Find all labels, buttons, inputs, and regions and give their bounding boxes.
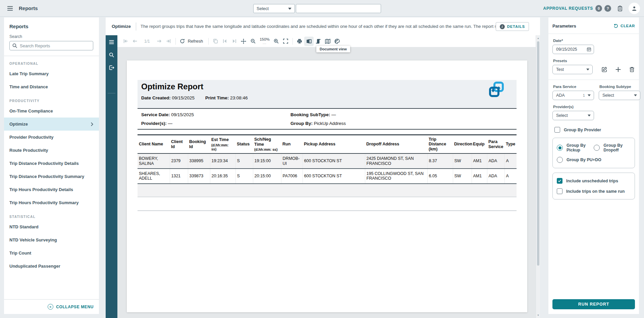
next-view-icon[interactable] bbox=[229, 37, 239, 46]
global-select-value: Select bbox=[257, 6, 269, 11]
help-icon[interactable]: ? bbox=[604, 5, 611, 12]
print-icon[interactable] bbox=[295, 37, 304, 46]
previous-view-icon[interactable] bbox=[220, 37, 229, 46]
search-reports-input[interactable] bbox=[9, 41, 93, 50]
scroll-up-arrow[interactable]: ▲ bbox=[537, 37, 539, 39]
refresh-icon[interactable] bbox=[178, 37, 187, 46]
previous-page-icon[interactable] bbox=[130, 37, 140, 46]
sidebar-item-time-and-distance[interactable]: Time and Distance bbox=[4, 80, 99, 93]
clear-button[interactable]: CLEAR bbox=[613, 24, 635, 29]
section-label-operational: OPERATIONAL bbox=[4, 56, 99, 67]
sidebar-item-trip-hours-productivity-details[interactable]: Trip Hours Productivity Details bbox=[4, 183, 99, 196]
global-search-input[interactable] bbox=[296, 4, 381, 13]
first-page-icon[interactable] bbox=[121, 37, 130, 46]
providers-select[interactable]: Select bbox=[552, 111, 594, 120]
edit-preset-icon[interactable] bbox=[601, 66, 607, 73]
top-bar: Reports Select APPROVAL REQUESTS 0 ? bbox=[0, 0, 644, 17]
divider bbox=[175, 38, 176, 45]
collapse-menu-button[interactable]: « COLLAPSE MENU bbox=[4, 300, 99, 314]
providers-value: — bbox=[168, 121, 173, 126]
scroll-down-arrow[interactable]: ▼ bbox=[537, 314, 539, 316]
approval-requests-link[interactable]: APPROVAL REQUESTS bbox=[543, 6, 593, 11]
theme-palette-icon[interactable] bbox=[332, 37, 342, 46]
group-by-radio-group: Group By Pickup Group By Dropoff Group B… bbox=[552, 138, 635, 168]
details-button[interactable]: i DETAILS bbox=[496, 22, 529, 31]
sidebar-item-trip-distance-productivity-summary[interactable]: Trip Distance Productivity Summary bbox=[4, 170, 99, 183]
sidebar-item-ntd-standard[interactable]: NTD Standard bbox=[4, 220, 99, 233]
sidebar-item-trip-distance-productivity-details[interactable]: Trip Distance Productivity Details bbox=[4, 157, 99, 170]
duplicate-page-icon[interactable] bbox=[211, 37, 220, 46]
run-report-button[interactable]: RUN REPORT bbox=[552, 299, 635, 309]
collapse-icon: « bbox=[48, 304, 53, 310]
scrollbar-thumb[interactable] bbox=[537, 41, 539, 266]
sidebar-item-trip-hours-productivity-summary[interactable]: Trip Hours Productivity Summary bbox=[4, 196, 99, 209]
report-title-band: Optimize Report Date Created: 09/15/2025… bbox=[138, 80, 517, 108]
refresh-label[interactable]: Refresh bbox=[188, 39, 203, 44]
sidebar-item-unduplicated-passenger[interactable]: Unduplicated Passenger bbox=[4, 260, 99, 273]
sidebar-item-on-time-compliance[interactable]: On-Time Compliance bbox=[4, 104, 99, 118]
radio-group-by-pudo[interactable] bbox=[557, 157, 563, 163]
viewer-search-icon[interactable] bbox=[109, 52, 114, 58]
date-field[interactable] bbox=[552, 45, 594, 54]
viewer-export-icon[interactable] bbox=[109, 65, 114, 71]
document-view-icon[interactable] bbox=[304, 37, 314, 46]
include-trips-same-run-checkbox[interactable]: Include trips on the same run bbox=[557, 188, 631, 194]
sidebar-search-label: Search bbox=[9, 34, 94, 39]
sidebar-item-route-productivity[interactable]: Route Productivity bbox=[4, 144, 99, 157]
next-page-icon[interactable] bbox=[155, 37, 164, 46]
user-avatar[interactable] bbox=[629, 3, 640, 14]
radio-group-by-dropoff[interactable] bbox=[594, 145, 600, 151]
chevron-down-icon bbox=[634, 94, 637, 96]
print-time-label: Print Time: bbox=[205, 95, 229, 100]
table-row: BOWERY, SALINA2379 33899519:23:34 S19:15… bbox=[138, 153, 517, 169]
last-page-icon[interactable] bbox=[164, 37, 173, 46]
radio-group-by-pickup[interactable] bbox=[557, 145, 563, 151]
checkbox-icon[interactable] bbox=[557, 188, 562, 194]
viewer-menu-icon[interactable] bbox=[109, 39, 114, 45]
booking-subtype-label: Booking SubType: bbox=[290, 112, 330, 117]
parameters-panel: Parameters CLEAR Date* Presets Test bbox=[548, 17, 639, 314]
group-by-value: PickUp Address bbox=[314, 121, 346, 126]
checkbox-icon[interactable] bbox=[554, 127, 560, 133]
presets-select[interactable]: Test bbox=[552, 65, 593, 74]
report-title: Optimize Report bbox=[141, 82, 203, 91]
approval-count-badge: 0 bbox=[595, 5, 602, 12]
menu-icon[interactable] bbox=[7, 5, 13, 12]
zoom-in-icon[interactable] bbox=[272, 37, 281, 46]
sidebar-item-late-trip-summary[interactable]: Late Trip Summary bbox=[4, 67, 99, 80]
scroll-view-icon[interactable] bbox=[314, 37, 323, 46]
date-created-label: Date Created: bbox=[141, 95, 171, 100]
calendar-icon[interactable] bbox=[587, 47, 591, 52]
divider bbox=[136, 22, 136, 31]
sidebar-item-trip-count[interactable]: Trip Count bbox=[4, 246, 99, 260]
sidebar-item-optimize[interactable]: Optimize bbox=[4, 118, 99, 131]
viewer-scrollbar[interactable]: ▲ ▼ bbox=[536, 35, 540, 318]
global-select[interactable]: Select bbox=[253, 4, 295, 13]
book-view-icon[interactable] bbox=[323, 37, 332, 46]
fit-to-window-icon[interactable] bbox=[281, 37, 290, 46]
service-date-label: Service Date: bbox=[141, 112, 170, 117]
report-name: Optimize bbox=[112, 24, 131, 29]
parameters-title: Parameters bbox=[552, 24, 576, 29]
zoom-out-icon[interactable] bbox=[248, 37, 258, 46]
delete-preset-icon[interactable] bbox=[629, 66, 635, 73]
checkbox-checked-icon[interactable] bbox=[557, 178, 562, 184]
clipboard-icon[interactable] bbox=[617, 5, 623, 12]
date-label: Date* bbox=[553, 39, 635, 43]
sidebar-item-ntd-vehicle-surveying[interactable]: NTD Vehicle Surveying bbox=[4, 233, 99, 246]
topbar-right-cluster: APPROVAL REQUESTS 0 ? bbox=[543, 0, 640, 17]
booking-subtype-label: Booking Subtype bbox=[599, 85, 640, 89]
pan-tool-icon[interactable] bbox=[239, 37, 248, 46]
para-service-label: Para Service bbox=[553, 85, 594, 89]
group-by-provider-checkbox[interactable]: Group By Provider bbox=[552, 127, 635, 133]
para-service-select[interactable]: ADA 1 bbox=[552, 91, 594, 100]
app-root: Reports Select APPROVAL REQUESTS 0 ? bbox=[0, 0, 644, 318]
divider bbox=[292, 38, 293, 45]
info-icon: i bbox=[500, 24, 505, 29]
add-preset-icon[interactable] bbox=[615, 66, 621, 73]
include-unscheduled-trips-checkbox[interactable]: Include unscheduled trips bbox=[557, 178, 631, 184]
sidebar-item-provider-productivity[interactable]: Provider Productivity bbox=[4, 131, 99, 144]
booking-subtype-select[interactable]: Select bbox=[599, 91, 640, 100]
service-date-value: 09/15/2025 bbox=[171, 112, 194, 117]
zoom-level-select[interactable]: 150%... bbox=[260, 38, 269, 45]
